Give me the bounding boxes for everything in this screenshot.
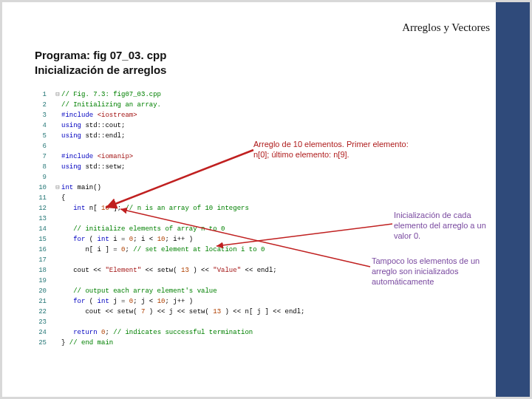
- line-number: 1: [35, 89, 47, 100]
- code-text: cout << setw( 7 ) << j << setw( 13 ) << …: [61, 307, 305, 317]
- code-line: 2// Initializing an array.: [35, 100, 500, 110]
- accent-bar: [496, 2, 530, 397]
- code-text: #include <iostream>: [61, 110, 137, 120]
- code-text: int n[ 10 ]; // n is an array of 10 inte…: [61, 203, 249, 214]
- code-line: 24 return 0; // indicates successful ter…: [35, 327, 500, 338]
- line-number: 3: [35, 110, 47, 120]
- line-number: 13: [35, 214, 47, 224]
- program-subtitle: Inicialización de arreglos: [35, 63, 166, 78]
- line-number: 20: [35, 286, 47, 296]
- line-number: 24: [35, 327, 47, 338]
- fold-gutter: ⊟: [54, 89, 61, 100]
- code-text: // output each array element's value: [61, 286, 217, 296]
- code-text: return 0; // indicates successful termin…: [61, 327, 253, 338]
- code-text: // initialize elements of array n to 0: [61, 224, 225, 234]
- slide-titles: Programa: fig 07_03. cpp Inicialización …: [35, 48, 166, 78]
- code-line: 3#include <iostream>: [35, 110, 500, 120]
- code-text: // Fig. 7.3: fig07_03.cpp: [61, 89, 161, 100]
- line-number: 12: [35, 203, 47, 214]
- callout-auto-init: Tampoco los elementos de un arreglo son …: [372, 256, 497, 287]
- code-line: 20 // output each array element's value: [35, 286, 500, 296]
- fold-gutter: ⊟: [54, 183, 61, 193]
- code-text: int main(): [61, 183, 101, 193]
- line-number: 9: [35, 172, 47, 183]
- slide-header: Arreglos y Vectores: [402, 21, 490, 34]
- line-number: 16: [35, 245, 47, 255]
- code-line: 8using std::setw;: [35, 162, 500, 172]
- line-number: 8: [35, 162, 47, 172]
- line-number: 10: [35, 183, 47, 193]
- code-line: 22 cout << setw( 7 ) << j << setw( 13 ) …: [35, 307, 500, 317]
- code-line: 21 for ( int j = 0; j < 10; j++ ): [35, 296, 500, 307]
- code-line: 25} // end main: [35, 338, 500, 348]
- slide: Arreglos y Vectores Programa: fig 07_03.…: [2, 2, 530, 397]
- line-number: 21: [35, 296, 47, 307]
- program-name: Programa: fig 07_03. cpp: [35, 48, 166, 63]
- line-number: 2: [35, 100, 47, 110]
- line-number: 5: [35, 131, 47, 141]
- code-line: 4using std::cout;: [35, 120, 500, 131]
- code-text: cout << "Element" << setw( 13 ) << "Valu…: [61, 265, 277, 276]
- line-number: 19: [35, 276, 47, 286]
- line-number: 23: [35, 317, 47, 327]
- code-text: #include <iomanip>: [61, 151, 133, 162]
- line-number: 17: [35, 255, 47, 265]
- callout-initialization: Inicialización de cada elemento del arre…: [394, 211, 505, 241]
- code-text: // Initializing an array.: [61, 100, 161, 110]
- code-text: for ( int j = 0; j < 10; j++ ): [61, 296, 193, 307]
- code-text: for ( int i = 0; i < 10; i++ ): [61, 234, 193, 245]
- line-number: 18: [35, 265, 47, 276]
- code-line: 9: [35, 172, 500, 183]
- code-text: {: [61, 193, 65, 203]
- code-line: 11{: [35, 193, 500, 203]
- code-line: 1⊟// Fig. 7.3: fig07_03.cpp: [35, 89, 500, 100]
- line-number: 22: [35, 307, 47, 317]
- code-line: 16 n[ i ] = 0; // set element at locatio…: [35, 245, 500, 255]
- line-number: 14: [35, 224, 47, 234]
- line-number: 4: [35, 120, 47, 131]
- code-line: 23: [35, 317, 500, 327]
- code-line: 10⊟int main(): [35, 183, 500, 193]
- line-number: 11: [35, 193, 47, 203]
- line-number: 7: [35, 151, 47, 162]
- code-text: } // end main: [61, 338, 113, 348]
- line-number: 6: [35, 141, 47, 151]
- callout-array-declaration: Arreglo de 10 elementos. Primer elemento…: [253, 140, 409, 160]
- line-number: 25: [35, 338, 47, 348]
- code-text: using std::endl;: [61, 131, 125, 141]
- code-text: using std::cout;: [61, 120, 125, 131]
- code-text: n[ i ] = 0; // set element at location i…: [61, 245, 265, 255]
- line-number: 15: [35, 234, 47, 245]
- code-text: using std::setw;: [61, 162, 125, 172]
